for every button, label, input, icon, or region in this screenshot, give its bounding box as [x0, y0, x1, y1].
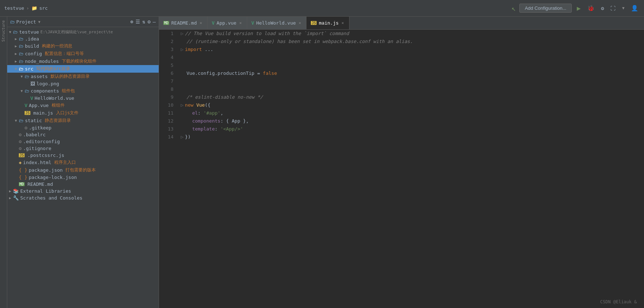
gk-label: .gitkeep: [29, 125, 52, 131]
fold-1[interactable]: ▷: [181, 30, 184, 38]
tab-mainjs[interactable]: JS main.js ✕: [306, 17, 349, 30]
src-label: src: [25, 66, 33, 72]
tree-item-packagejson[interactable]: { } package.json 打包需要的版本: [7, 166, 159, 174]
tree-item-scratches[interactable]: ▶ 🔧 Scratches and Consoles: [7, 194, 159, 201]
folder-icon: 🗁: [10, 19, 15, 25]
code-13b: template: [192, 125, 215, 133]
tree-item-config[interactable]: ▶ 🗁 config 配置信息：端口号等: [7, 50, 159, 57]
tree-item-postcssrc[interactable]: JS .postcssrc.js: [7, 152, 159, 159]
tree-item-indexhtml[interactable]: ◈ index.html 程序主入口: [7, 159, 159, 166]
project-dropdown-icon[interactable]: ▼: [38, 20, 40, 24]
idea-arrow: ▶: [13, 37, 19, 41]
collapse-icon[interactable]: ☰: [136, 19, 140, 25]
tree-item-build[interactable]: ▶ 🗁 build 构建的一些消息: [7, 42, 159, 50]
tree-item-gitkeep[interactable]: ⚙ .gitkeep: [7, 124, 159, 131]
fold-14[interactable]: ▷: [181, 133, 184, 141]
fold-3[interactable]: ▷: [181, 46, 184, 54]
tree-root[interactable]: ▼ 🗁 testvue E:\JAVA文档编辑处\vue_project\te: [7, 29, 159, 35]
assets-label: assets: [31, 74, 48, 79]
debug-icon[interactable]: 🐞: [586, 4, 596, 12]
tree-item-idea[interactable]: ▶ 🗁 .idea: [7, 35, 159, 42]
code-6b: false: [263, 69, 277, 77]
tree-item-appvue[interactable]: V App.vue 根组件: [7, 102, 159, 109]
tree-item-babelrc[interactable]: ⚙ .babelrc: [7, 131, 159, 138]
mainjs-tab-close[interactable]: ✕: [341, 21, 345, 25]
tab-appvue[interactable]: V App.vue ✕: [207, 17, 247, 30]
tree-item-gitignore[interactable]: ⚙ .gitignore: [7, 145, 159, 152]
logo-img-icon: 🖼: [30, 81, 35, 86]
code-editor[interactable]: 1 2 3 4 5 6 7 8 9 10 11 12 13 14 ▷ // Th…: [159, 30, 644, 308]
idea-folder-icon: 🗁: [19, 36, 23, 42]
mainjs-annotation: 入口js文件: [56, 110, 78, 116]
tree-item-src[interactable]: ▼ 🗁 src 写代码的src目录: [7, 65, 159, 73]
ec-label: .editorconfig: [23, 139, 60, 144]
tree-item-packagelock[interactable]: { } package-lock.json: [7, 174, 159, 181]
run-icon[interactable]: ▶: [575, 4, 582, 13]
rm-label: README.md: [27, 181, 53, 187]
el-arrow: ▶: [7, 189, 13, 193]
root-label: testvue: [19, 29, 39, 35]
code-10a: new: [185, 101, 196, 109]
top-bar-left: testvue › 📁 src: [4, 5, 48, 11]
tree-item-components[interactable]: ▼ 🗁 components 组件包: [7, 87, 159, 95]
tree-item-mainjs[interactable]: JS main.js 入口js文件: [7, 109, 159, 117]
close-panel-icon[interactable]: —: [153, 19, 156, 25]
coverage-icon[interactable]: ⚙: [600, 5, 605, 12]
hw-vue-icon: V: [30, 95, 33, 101]
tree-item-node-modules[interactable]: ▶ 🗁 node_modules 下载的模块化组件: [7, 57, 159, 65]
add-configuration-button[interactable]: Add Configuration...: [519, 4, 572, 13]
tree-item-external-libs[interactable]: ▶ 📚 External Libraries: [7, 188, 159, 194]
el-label: External Libraries: [20, 188, 71, 194]
readme-tab-close[interactable]: ✕: [199, 21, 203, 25]
tab-readme[interactable]: MD README.md ✕: [159, 17, 207, 30]
hw-label: HelloWorld.vue: [35, 95, 74, 101]
appvue-label: App.vue: [29, 103, 49, 108]
hw-tab-close[interactable]: ✕: [298, 21, 302, 25]
tree-item-assets[interactable]: ▼ 🗁 assets 默认的静态资源目录: [7, 73, 159, 80]
build-label: build: [25, 43, 39, 49]
appvue-tab-close[interactable]: ✕: [239, 21, 242, 25]
tree-item-logo[interactable]: 🖼 logo.png: [7, 80, 159, 87]
profile-icon[interactable]: ⛶: [609, 5, 617, 12]
code-line-6: Vue.config.productionTip = false: [181, 69, 644, 77]
tree-item-editorconfig[interactable]: ⚙ .editorconfig: [7, 138, 159, 145]
code-line-3: ▷ import ...: [181, 46, 644, 54]
pj-annotation: 打包需要的版本: [65, 167, 96, 173]
fold-10[interactable]: ▷: [181, 101, 184, 109]
tree-item-readme[interactable]: MD README.md: [7, 181, 159, 188]
ln-2: 2: [163, 38, 173, 46]
tab-helloworld[interactable]: V HelloWorld.vue ✕: [247, 17, 306, 30]
comp-annotation: 组件包: [62, 88, 75, 94]
tree-item-helloworld[interactable]: V HelloWorld.vue: [7, 95, 159, 102]
watermark: CSDN @Eliauk &: [600, 299, 637, 304]
code-12b: components: [192, 117, 220, 125]
settings-icon[interactable]: ⚙: [147, 19, 150, 25]
breadcrumb: testvue › 📁 src: [4, 5, 48, 11]
code-13c: :: [215, 125, 220, 133]
file-tree: ▼ 🗁 testvue E:\JAVA文档编辑处\vue_project\te …: [7, 27, 159, 308]
new-file-icon[interactable]: ⊕: [130, 19, 133, 25]
sort-icon[interactable]: ⇅: [142, 19, 145, 25]
gi-icon: ⚙: [19, 146, 22, 151]
ln-14: 14: [163, 133, 173, 141]
dropdown-icon[interactable]: ▼: [621, 5, 626, 11]
rm-icon: MD: [19, 182, 25, 186]
ln-12: 12: [163, 117, 173, 125]
nm-label: node_modules: [25, 59, 59, 64]
nm-arrow: ▶: [13, 59, 19, 63]
project-title[interactable]: 🗁 Project ▼: [10, 19, 40, 25]
static-folder-icon: 🗁: [19, 118, 23, 123]
breadcrumb-folder[interactable]: src: [39, 5, 48, 11]
tree-item-static[interactable]: ▼ 🗁 static 静态资源目录: [7, 117, 159, 124]
structure-label[interactable]: Structure: [1, 17, 6, 46]
code-line-12: components : { App },: [181, 117, 644, 125]
user-icon[interactable]: 👤: [630, 4, 640, 12]
static-arrow: ▼: [13, 119, 19, 123]
appvue-tab-icon: V: [212, 21, 214, 26]
pj-icon: { }: [19, 167, 27, 173]
src-arrow: ▼: [13, 67, 19, 71]
breadcrumb-project[interactable]: testvue: [4, 5, 24, 11]
pc-icon: JS: [19, 153, 25, 157]
code-11a: [186, 109, 192, 117]
appvue-annotation: 根组件: [52, 102, 65, 108]
